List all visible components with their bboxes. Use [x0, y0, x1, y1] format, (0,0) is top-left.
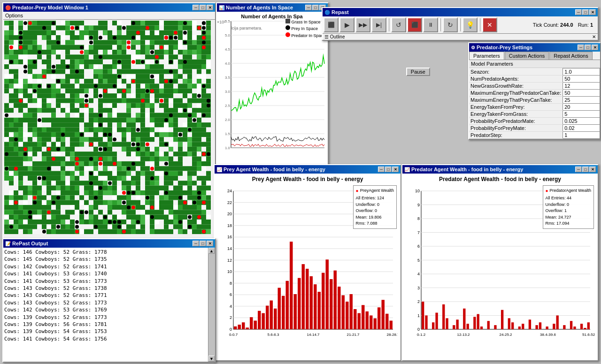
- output-scrollbar[interactable]: ▲ ▼: [208, 248, 215, 362]
- scroll-up[interactable]: ▲: [208, 248, 215, 254]
- model-titlebar: 🔴 Predator-Prey Model Window 1 ─ □ ✕: [3, 3, 215, 12]
- toolbar-sep2: [440, 18, 441, 31]
- simulation-canvas: [4, 21, 211, 234]
- predator-wealth-icon: 📈: [404, 167, 410, 172]
- play-fast-button[interactable]: ▶▶: [355, 17, 370, 32]
- model-icon: 🔴: [5, 5, 11, 10]
- model-maximize[interactable]: □: [200, 5, 206, 10]
- param-input[interactable]: [564, 97, 598, 103]
- tab-repast-actions[interactable]: Repast Actions: [549, 52, 592, 60]
- output-title: RePast Output: [12, 241, 48, 246]
- model-window: 🔴 Predator-Prey Model Window 1 ─ □ ✕ Opt…: [2, 2, 216, 242]
- model-close[interactable]: ✕: [207, 5, 213, 10]
- predator-wealth-titlebar: 📈 Predator Agent Wealth - food in belly …: [402, 165, 598, 174]
- param-input[interactable]: [564, 125, 598, 131]
- predator-legend-dot: [285, 32, 290, 37]
- output-body: Cows: 146 Cowboys: 52 Grass: 1778Cows: 1…: [3, 248, 215, 362]
- param-input[interactable]: [564, 83, 598, 89]
- prey-wealth-minimize[interactable]: ─: [378, 167, 385, 172]
- param-value[interactable]: [563, 97, 600, 104]
- info-button[interactable]: 💡: [462, 17, 478, 32]
- predator-wealth-minimize[interactable]: ─: [575, 167, 582, 172]
- grass-legend-dot: [285, 19, 290, 23]
- settings-titlebar: ⚙ Predator-Prey Settings ─ □ ✕: [469, 43, 600, 52]
- repast-minimize[interactable]: ─: [575, 9, 582, 15]
- param-input[interactable]: [564, 111, 598, 117]
- param-value[interactable]: [563, 125, 600, 132]
- play-button[interactable]: ▶: [339, 17, 354, 32]
- settings-maximize[interactable]: □: [585, 45, 591, 50]
- param-value[interactable]: [563, 104, 600, 111]
- pause-button[interactable]: ⏸: [423, 17, 438, 32]
- chart-note: lcija parametara.: [231, 26, 262, 30]
- param-value[interactable]: [563, 76, 600, 83]
- predator-wealth-close[interactable]: ✕: [589, 167, 596, 172]
- run-value: 1: [590, 22, 593, 28]
- param-input[interactable]: [564, 76, 598, 82]
- param-value[interactable]: [563, 132, 600, 139]
- params-table: Seazon:NumPredatorAgents:NewGrassGrowthR…: [469, 68, 600, 139]
- model-minimize[interactable]: ─: [193, 5, 199, 10]
- param-name: PredatorStep:: [469, 132, 563, 139]
- tab-parameters[interactable]: Parameters: [469, 52, 504, 60]
- prey-legend-color: ●: [356, 187, 359, 194]
- tab-custom-actions[interactable]: Custom Actions: [505, 52, 549, 60]
- console-line: Cows: 142 Cowboys: 53 Grass: 1769: [4, 306, 207, 313]
- pause-overlay-btn[interactable]: Pause: [406, 68, 430, 76]
- param-value[interactable]: [563, 111, 600, 118]
- param-row: ProbabilityForPreyMate:: [469, 125, 600, 132]
- output-minimize[interactable]: ─: [193, 241, 199, 246]
- param-row: MaximumEnergyThatPreyCanTake:: [469, 97, 600, 104]
- section-header: Model Parameters: [469, 60, 600, 68]
- exit-button[interactable]: ✕: [482, 17, 497, 32]
- param-input[interactable]: [564, 69, 598, 75]
- param-value[interactable]: [563, 68, 600, 76]
- init-button[interactable]: ⬛: [324, 17, 339, 32]
- agents-minimize[interactable]: ─: [305, 5, 312, 10]
- options-menu[interactable]: Options: [5, 13, 23, 18]
- param-input[interactable]: [564, 104, 598, 110]
- predator-chart-title: Predator Agent Wealth - food in belly - …: [405, 176, 595, 182]
- repast-maximize[interactable]: □: [582, 9, 589, 15]
- prey-wealth-maximize[interactable]: □: [385, 167, 392, 172]
- param-value[interactable]: [563, 83, 600, 90]
- param-name: Seazon:: [469, 68, 563, 76]
- reload-button[interactable]: ↻: [443, 17, 458, 32]
- predator-wealth-maximize[interactable]: □: [582, 167, 589, 172]
- scroll-down[interactable]: ▼: [208, 356, 215, 362]
- step-button[interactable]: ▶|: [371, 17, 386, 32]
- agents-icon: 📊: [219, 5, 224, 10]
- prey-wealth-content: Prey Agent Wealth - food in belly - ener…: [215, 174, 401, 360]
- param-input[interactable]: [564, 118, 598, 124]
- repast-main-window: 🔵 Repast ─ □ ✕ ⬛ ▶ ▶▶ ▶| ↺ ⬛ ⏸ ↻ 💡 ✕ Tic…: [322, 7, 599, 41]
- param-row: EnergyTakenFromPrey:: [469, 104, 600, 111]
- output-close[interactable]: ✕: [207, 241, 213, 246]
- console-line: Cows: 141 Cowboys: 54 Grass: 1756: [4, 335, 207, 342]
- settings-close[interactable]: ✕: [592, 45, 598, 50]
- settings-icon: ⚙: [471, 45, 475, 50]
- agents-maximize[interactable]: □: [312, 5, 319, 10]
- predator-rms: Rms: 17.094: [546, 220, 591, 227]
- output-maximize[interactable]: □: [200, 241, 206, 246]
- settings-tabs: Parameters Custom Actions Repast Actions: [469, 52, 600, 60]
- console-line: Cows: 139 Cowboys: 54 Grass: 1753: [4, 328, 207, 335]
- tick-count-value: 244.0: [560, 22, 573, 28]
- settings-minimize[interactable]: ─: [578, 45, 584, 50]
- param-value[interactable]: [563, 90, 600, 97]
- tick-count-area: Tick Count: 244.0 Run: 1: [498, 22, 597, 28]
- param-value[interactable]: [563, 118, 600, 125]
- prey-legend-name: PreyAgent Wealth: [360, 188, 394, 194]
- repast-close[interactable]: ✕: [589, 9, 596, 15]
- prey-wealth-close[interactable]: ✕: [392, 167, 399, 172]
- prey-chart-title: Prey Agent Wealth - food in belly - ener…: [217, 176, 398, 182]
- param-input[interactable]: [564, 132, 598, 138]
- console-line: Cows: 143 Cowboys: 52 Grass: 1773: [4, 299, 207, 306]
- prey-wealth-window: 📈 Prey Agent Wealth - food in belly - en…: [214, 164, 401, 361]
- outline-close[interactable]: ✕: [592, 34, 596, 39]
- agents-title: Number of Agents In Space: [226, 5, 293, 10]
- console-line: Cows: 143 Cowboys: 52 Grass: 1738: [4, 285, 207, 292]
- stop-button[interactable]: ⬛: [407, 17, 422, 32]
- predator-mean: Mean: 24.727: [546, 214, 591, 221]
- param-input[interactable]: [564, 90, 598, 96]
- reset-button[interactable]: ↺: [391, 17, 406, 32]
